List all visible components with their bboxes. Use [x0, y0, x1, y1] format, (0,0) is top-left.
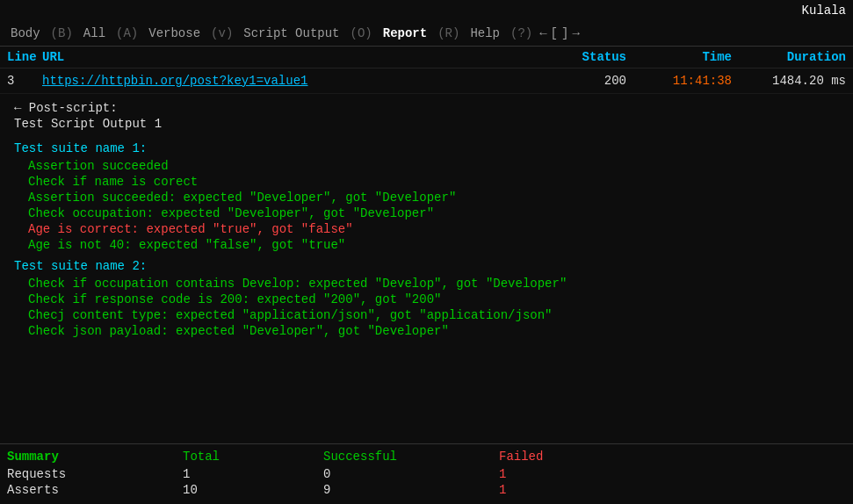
post-script-label: ← Post-script:: [14, 101, 839, 115]
summary-title: Summary: [7, 450, 183, 464]
test-line: Age is correct: expected "true", got "fa…: [14, 222, 839, 236]
test-line: Assertion succeeded: [14, 159, 839, 173]
bracket-close-icon: ]: [561, 26, 568, 40]
nav-bar: Body (B) All (A) Verbose (v) Script Outp…: [0, 21, 853, 47]
script-output: Test Script Output 1: [14, 117, 839, 131]
nav-report-shortcut: (R): [434, 25, 463, 42]
request-line-number: 3: [7, 74, 42, 88]
summary-bar: Summary Total Successful Failed Requests…: [0, 443, 853, 504]
arrow-left-icon[interactable]: ←: [539, 26, 546, 40]
bracket-open-icon: [: [551, 26, 558, 40]
summary-asserts-successful: 9: [323, 483, 499, 497]
arrow-right-icon[interactable]: →: [572, 26, 579, 40]
request-time: 11:41:38: [626, 74, 732, 88]
test-line: Checj content type: expected "applicatio…: [14, 308, 839, 322]
test-line: Check json payload: expected "Developer"…: [14, 324, 839, 338]
summary-header-row: Summary Total Successful Failed: [7, 450, 846, 464]
test-line: Check if response code is 200: expected …: [14, 292, 839, 306]
test-line: Check if name is corect: [14, 175, 839, 189]
test-suite-1-header: Test suite name 1:: [14, 141, 839, 155]
summary-failed-header: Failed: [499, 450, 640, 464]
request-url[interactable]: https://httpbin.org/post?key1=value1: [42, 74, 539, 88]
nav-help-shortcut: (?): [507, 25, 536, 42]
app-name: Kulala: [802, 4, 846, 18]
col-status-header: Status: [539, 50, 626, 64]
col-line-header: Line: [7, 50, 42, 64]
summary-asserts-failed: 1: [499, 483, 640, 497]
content-area: ← Post-script: Test Script Output 1 Test…: [0, 94, 853, 347]
summary-asserts-row: Asserts 10 9 1: [7, 483, 846, 497]
top-bar: Kulala: [0, 0, 853, 21]
test-suite-2-header: Test suite name 2:: [14, 259, 839, 273]
nav-body-shortcut: (B): [47, 25, 76, 42]
request-duration: 1484.20 ms: [732, 74, 846, 88]
summary-requests-successful: 0: [323, 467, 499, 481]
test-line: Age is not 40: expected "false", got "tr…: [14, 238, 839, 252]
summary-asserts-total: 10: [183, 483, 323, 497]
columns-header: Line URL Status Time Duration: [0, 47, 853, 68]
nav-body[interactable]: Body: [7, 25, 44, 42]
summary-successful-header: Successful: [323, 450, 499, 464]
summary-requests-label: Requests: [7, 467, 183, 481]
nav-report[interactable]: Report: [380, 25, 430, 42]
col-duration-header: Duration: [732, 50, 846, 64]
request-status: 200: [539, 74, 626, 88]
test-line: Check if occupation contains Develop: ex…: [14, 277, 839, 291]
nav-all[interactable]: All: [80, 25, 109, 42]
col-time-header: Time: [626, 50, 732, 64]
nav-verbose-shortcut: (v): [207, 25, 236, 42]
nav-script-output[interactable]: Script Output: [240, 25, 343, 42]
test-line: Check occupation: expected "Developer", …: [14, 206, 839, 220]
nav-script-output-shortcut: (O): [347, 25, 376, 42]
nav-verbose[interactable]: Verbose: [145, 25, 204, 42]
summary-total-header: Total: [183, 450, 323, 464]
summary-requests-row: Requests 1 0 1: [7, 467, 846, 481]
nav-help[interactable]: Help: [466, 25, 503, 42]
summary-requests-failed: 1: [499, 467, 640, 481]
request-row: 3 https://httpbin.org/post?key1=value1 2…: [0, 68, 853, 94]
summary-asserts-label: Asserts: [7, 483, 183, 497]
nav-all-shortcut: (A): [112, 25, 141, 42]
summary-requests-total: 1: [183, 467, 323, 481]
test-line: Assertion succeeded: expected "Developer…: [14, 191, 839, 205]
col-url-header: URL: [42, 50, 539, 64]
